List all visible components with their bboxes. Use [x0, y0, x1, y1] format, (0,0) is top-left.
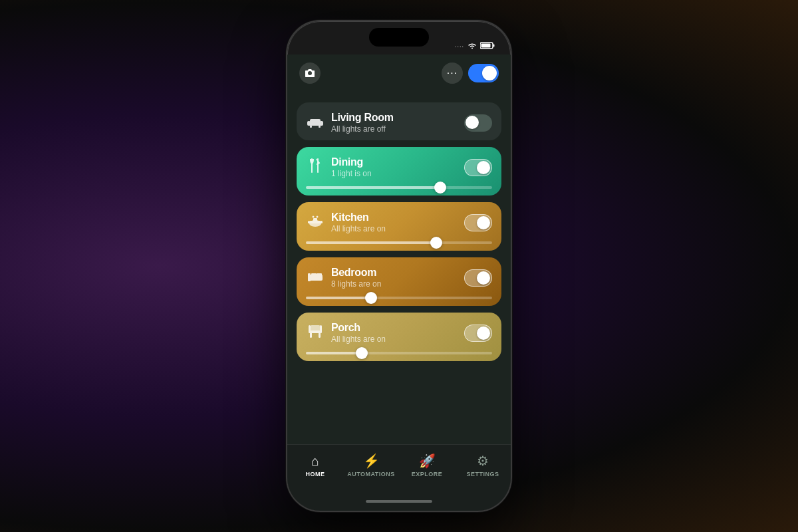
room-card-dining[interactable]: Dining 1 light is on: [297, 147, 501, 196]
svg-rect-15: [308, 221, 310, 223]
room-toggle-living-room[interactable]: [464, 114, 492, 132]
room-info: Living Room All lights are off: [331, 112, 394, 134]
volume-down-button: [286, 142, 287, 164]
wifi-icon: [467, 42, 477, 51]
nav-icon-home: ⌂: [311, 454, 319, 469]
room-info: Kitchen All lights are on: [331, 211, 386, 233]
nav-item-home[interactable]: ⌂ HOME: [287, 454, 343, 477]
more-button[interactable]: ···: [442, 63, 463, 84]
nav-label-explore: EXPLORE: [412, 471, 443, 477]
status-icons: ····: [455, 42, 495, 51]
nav-item-settings[interactable]: ⚙ SETTINGS: [455, 453, 511, 477]
svg-rect-29: [320, 325, 322, 333]
bed-icon: [306, 269, 325, 287]
nav-label-settings: SETTINGS: [466, 471, 499, 477]
mute-button: [286, 88, 287, 104]
utensils-icon: [306, 158, 325, 177]
page-title: [287, 89, 511, 97]
room-card-bedroom[interactable]: Bedroom 8 lights are on: [297, 257, 501, 306]
room-card-living-room[interactable]: Living Room All lights are off: [297, 102, 501, 140]
room-left: Bedroom 8 lights are on: [306, 267, 381, 289]
dynamic-island: [369, 28, 429, 47]
room-card-top: Porch All lights are on: [306, 322, 492, 344]
svg-point-18: [317, 215, 319, 217]
camera-button[interactable]: [299, 63, 321, 84]
room-card-top: Dining 1 light is on: [306, 156, 492, 178]
room-card-top: Living Room All lights are off: [306, 112, 492, 134]
phone-frame: ····: [286, 20, 512, 512]
svg-rect-23: [317, 273, 322, 277]
svg-rect-1: [493, 45, 495, 47]
home-indicator-bar: [366, 500, 432, 503]
sofa-icon: [306, 114, 325, 132]
room-info: Dining 1 light is on: [331, 156, 372, 178]
room-left: Porch All lights are on: [306, 322, 386, 344]
nav-icon-automations: ⚡: [363, 453, 380, 469]
nav-label-home: HOME: [306, 471, 325, 477]
room-info: Bedroom 8 lights are on: [331, 267, 381, 289]
rooms-list: Living Room All lights are off Dining 1 …: [287, 102, 511, 444]
room-toggle-kitchen[interactable]: [464, 214, 492, 231]
room-toggle-bedroom[interactable]: [464, 269, 492, 287]
screen: ··· Living Room All lights are off: [287, 55, 511, 444]
svg-rect-6: [310, 119, 321, 123]
home-indicator: [287, 492, 511, 511]
brightness-fill: [306, 297, 371, 299]
svg-rect-8: [319, 126, 321, 128]
room-card-top: Kitchen All lights are on: [306, 211, 492, 233]
room-name: Kitchen: [331, 211, 386, 223]
brightness-thumb[interactable]: [365, 292, 377, 304]
room-info: Porch All lights are on: [331, 322, 386, 344]
room-status: All lights are on: [331, 334, 386, 344]
room-status: 1 light is on: [331, 169, 372, 178]
room-card-porch[interactable]: Porch All lights are on: [297, 313, 501, 361]
power-button: [511, 128, 512, 168]
room-status: All lights are on: [331, 224, 386, 233]
master-toggle[interactable]: [468, 64, 499, 82]
brightness-fill: [306, 352, 362, 354]
ellipsis-icon: ···: [447, 68, 458, 78]
brightness-thumb[interactable]: [356, 347, 368, 359]
brightness-thumb[interactable]: [434, 182, 446, 194]
top-bar: ···: [287, 55, 511, 89]
bottom-nav: ⌂ HOME ⚡ AUTOMATIONS 🚀 EXPLORE ⚙ SETTING…: [287, 444, 511, 492]
room-toggle-dining[interactable]: [464, 159, 492, 176]
brightness-track[interactable]: [306, 297, 492, 299]
brightness-fill: [306, 186, 440, 189]
room-name: Dining: [331, 156, 372, 168]
svg-rect-16: [321, 221, 323, 223]
volume-up-button: [286, 114, 287, 136]
room-name: Bedroom: [331, 267, 381, 279]
top-right: ···: [442, 63, 499, 84]
nav-item-automations[interactable]: ⚡ AUTOMATIONS: [343, 453, 399, 477]
signal-icon: ····: [455, 43, 464, 50]
room-left: Kitchen All lights are on: [306, 211, 386, 233]
room-card-kitchen[interactable]: Kitchen All lights are on: [297, 202, 501, 251]
section-label: [287, 97, 511, 102]
brightness-thumb[interactable]: [430, 237, 442, 249]
svg-rect-14: [313, 218, 317, 221]
svg-point-17: [313, 215, 315, 217]
room-left: Dining 1 light is on: [306, 156, 372, 178]
brightness-track[interactable]: [306, 186, 492, 189]
svg-rect-28: [309, 325, 311, 333]
brightness-track[interactable]: [306, 241, 492, 244]
brightness-fill: [306, 241, 436, 244]
svg-rect-7: [310, 126, 312, 128]
nav-item-explore[interactable]: 🚀 EXPLORE: [399, 453, 455, 477]
room-status: 8 lights are on: [331, 279, 381, 289]
room-name: Living Room: [331, 112, 394, 124]
nav-icon-settings: ⚙: [477, 453, 489, 469]
battery-icon: [480, 42, 495, 51]
nav-label-automations: AUTOMATIONS: [347, 471, 395, 477]
nav-icon-explore: 🚀: [419, 453, 436, 469]
room-name: Porch: [331, 322, 386, 334]
room-toggle-porch[interactable]: [464, 325, 492, 342]
room-left: Living Room All lights are off: [306, 112, 394, 134]
svg-rect-2: [481, 44, 491, 48]
svg-rect-22: [311, 273, 317, 277]
room-card-top: Bedroom 8 lights are on: [306, 267, 492, 289]
pot-icon: [306, 214, 325, 231]
room-status: All lights are off: [331, 124, 394, 134]
brightness-track[interactable]: [306, 352, 492, 354]
